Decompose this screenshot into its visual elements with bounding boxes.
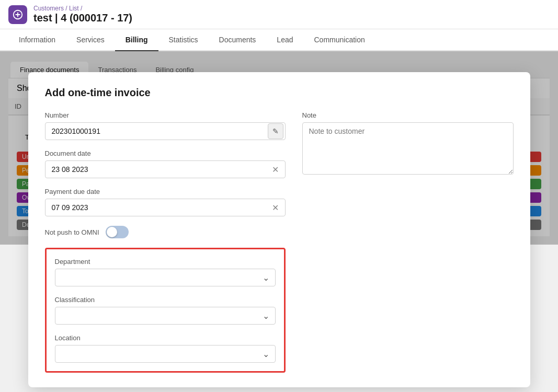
payment-due-date-input-wrapper: ✕ bbox=[45, 199, 286, 216]
document-date-clear-button[interactable]: ✕ bbox=[268, 162, 283, 177]
number-group: Number ✎ bbox=[45, 111, 286, 140]
breadcrumb[interactable]: Customers / List / bbox=[33, 5, 132, 12]
classification-group: Classification bbox=[55, 296, 276, 325]
not-push-toggle[interactable] bbox=[106, 226, 129, 238]
number-edit-button[interactable]: ✎ bbox=[268, 123, 283, 139]
tab-billing[interactable]: Billing bbox=[115, 29, 158, 51]
classification-select[interactable] bbox=[55, 307, 276, 325]
close-icon-2: ✕ bbox=[272, 203, 279, 213]
add-invoice-modal: Add one-time invoice Number ✎ bbox=[28, 72, 530, 387]
not-push-label: Not push to OMNI bbox=[45, 228, 99, 236]
department-group: Department bbox=[55, 258, 276, 286]
close-icon: ✕ bbox=[272, 165, 279, 175]
payment-due-date-input[interactable] bbox=[45, 199, 286, 216]
note-group: Note bbox=[302, 111, 514, 177]
note-textarea[interactable] bbox=[302, 122, 514, 175]
tab-documents[interactable]: Documents bbox=[209, 29, 267, 51]
modal-left-column: Number ✎ Document date bbox=[45, 111, 286, 373]
location-select[interactable] bbox=[55, 345, 276, 363]
note-label: Note bbox=[302, 111, 514, 119]
breadcrumb-area: Customers / List / test | 4 (000017 - 17… bbox=[33, 5, 132, 24]
top-bar: Customers / List / test | 4 (000017 - 17… bbox=[0, 0, 558, 29]
classification-select-wrapper bbox=[55, 307, 276, 325]
document-date-input-wrapper: ✕ bbox=[45, 160, 286, 178]
tab-information[interactable]: Information bbox=[8, 29, 66, 51]
location-select-wrapper bbox=[55, 345, 276, 363]
content-area: Finance documents Transactions Billing c… bbox=[0, 51, 558, 245]
modal-title: Add one-time invoice bbox=[45, 87, 514, 99]
modal-right-column: Note bbox=[302, 111, 514, 373]
document-date-group: Document date ✕ bbox=[45, 149, 286, 178]
nav-tabs: Information Services Billing Statistics … bbox=[0, 29, 558, 51]
number-input-wrapper: ✎ bbox=[45, 122, 286, 140]
modal-form: Number ✎ Document date bbox=[45, 111, 514, 373]
app-icon bbox=[8, 5, 27, 24]
payment-due-date-group: Payment due date ✕ bbox=[45, 188, 286, 216]
edit-icon: ✎ bbox=[272, 127, 279, 135]
department-label: Department bbox=[55, 258, 276, 266]
location-group: Location bbox=[55, 334, 276, 363]
department-select[interactable] bbox=[55, 269, 276, 286]
page-title: test | 4 (000017 - 17) bbox=[33, 12, 132, 24]
modal-overlay: Add one-time invoice Number ✎ bbox=[0, 51, 558, 245]
highlighted-section: Department Classification bbox=[45, 248, 286, 373]
not-push-omni-row: Not push to OMNI bbox=[45, 226, 286, 238]
classification-label: Classification bbox=[55, 296, 276, 304]
number-input[interactable] bbox=[45, 122, 286, 140]
location-label: Location bbox=[55, 334, 276, 342]
tab-services[interactable]: Services bbox=[66, 29, 115, 51]
tab-lead[interactable]: Lead bbox=[266, 29, 303, 51]
document-date-input[interactable] bbox=[45, 160, 286, 178]
payment-due-date-label: Payment due date bbox=[45, 188, 286, 195]
department-select-wrapper bbox=[55, 269, 276, 286]
tab-statistics[interactable]: Statistics bbox=[158, 29, 209, 51]
document-date-label: Document date bbox=[45, 149, 286, 157]
toggle-knob bbox=[107, 227, 117, 237]
number-label: Number bbox=[45, 111, 286, 119]
tab-communication[interactable]: Communication bbox=[304, 29, 375, 51]
payment-due-date-clear-button[interactable]: ✕ bbox=[268, 200, 283, 215]
